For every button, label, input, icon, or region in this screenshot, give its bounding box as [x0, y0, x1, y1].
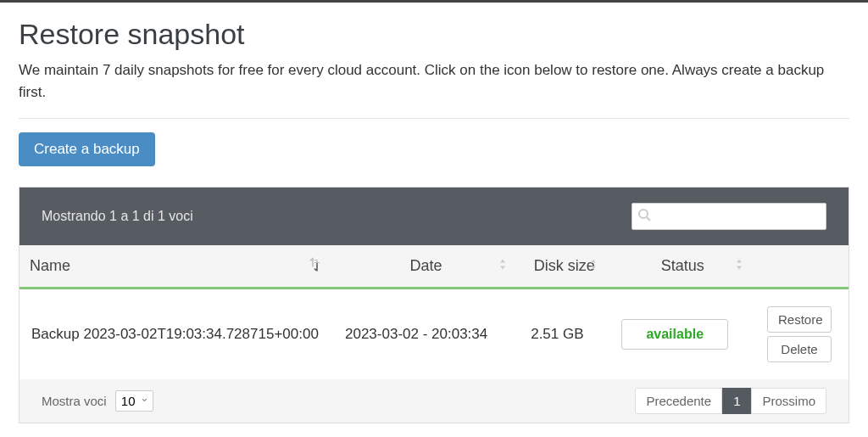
sort-icon	[498, 257, 507, 275]
table-row: Backup 2023-03-02T19:03:34.728715+00:00 …	[19, 289, 849, 380]
paginate-next[interactable]: Prossimo	[751, 388, 826, 414]
table-header-bar: Mostrando 1 a 1 di 1 voci	[19, 188, 849, 245]
table-info-text: Mostrando 1 a 1 di 1 voci	[42, 209, 193, 224]
delete-button[interactable]: Delete	[767, 336, 832, 362]
cell-date: 2023-03-02 - 20:03:34	[333, 289, 519, 380]
cell-name: Backup 2023-03-02T19:03:34.728715+00:00	[19, 289, 333, 380]
search-box	[632, 203, 826, 230]
create-backup-button[interactable]: Create a backup	[19, 132, 155, 166]
status-badge: available	[621, 319, 728, 350]
pagination: Precedente 1 Prossimo	[635, 388, 826, 414]
sort-icon	[735, 257, 743, 275]
search-input[interactable]	[632, 203, 826, 230]
column-header-actions	[755, 245, 849, 289]
column-header-date[interactable]: Date	[333, 245, 519, 289]
page-title: Restore snapshot	[19, 18, 849, 51]
snapshot-table: Name Date	[19, 245, 849, 379]
column-label: Name	[30, 257, 70, 274]
paginate-current[interactable]: 1	[722, 388, 751, 414]
column-label: Status	[661, 257, 704, 274]
sort-icon	[309, 257, 321, 275]
column-header-disk-size[interactable]: Disk size	[519, 245, 609, 289]
column-label: Date	[410, 257, 442, 274]
length-control: Mostra voci 10	[42, 390, 153, 412]
paginate-prev[interactable]: Precedente	[635, 388, 722, 414]
cell-status: available	[609, 289, 755, 380]
snapshot-table-container: Mostrando 1 a 1 di 1 voci Name	[19, 187, 849, 423]
cell-disk-size: 2.51 GB	[519, 289, 609, 380]
table-footer: Mostra voci 10 Precedente 1 Prossimo	[19, 379, 849, 423]
length-label: Mostra voci	[42, 394, 107, 408]
column-header-name[interactable]: Name	[19, 245, 333, 289]
cell-actions: Restore Delete	[755, 289, 849, 380]
sort-icon	[589, 257, 598, 275]
column-label: Disk size	[534, 257, 595, 274]
divider	[19, 118, 849, 119]
restore-button[interactable]: Restore	[767, 306, 832, 333]
column-header-status[interactable]: Status	[609, 245, 755, 289]
page-description: We maintain 7 daily snapshots for free f…	[19, 59, 849, 103]
length-select[interactable]: 10	[115, 390, 153, 412]
